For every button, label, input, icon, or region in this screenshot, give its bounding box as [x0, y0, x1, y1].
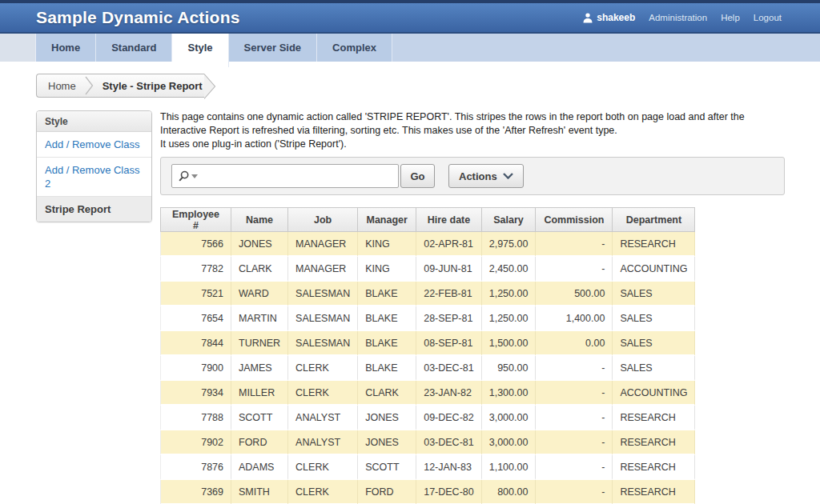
cell-name: SMITH	[231, 480, 288, 504]
cell-hire-date: 03-DEC-81	[416, 430, 482, 455]
cell-department: ACCOUNTING	[613, 257, 695, 282]
cell-job: CLERK	[288, 381, 358, 406]
tab-server-side[interactable]: Server Side	[229, 34, 318, 62]
header-link-administration[interactable]: Administration	[649, 13, 707, 22]
cell-salary: 3,000.00	[482, 406, 537, 430]
cell-name: ADAMS	[231, 455, 288, 480]
cell-manager: FORD	[358, 480, 416, 504]
cell-manager: BLAKE	[358, 282, 416, 306]
cell-manager: BLAKE	[358, 331, 416, 356]
column-header-manager[interactable]: Manager	[358, 207, 416, 232]
table-body: 7566JONESMANAGERKING02-APR-812,975.00-RE…	[160, 232, 695, 504]
sidebar-link-add-remove-class-2[interactable]: Add / Remove Class 2	[45, 164, 140, 190]
sidebar-link-add-remove-class[interactable]: Add / Remove Class	[45, 138, 140, 150]
breadcrumb-arrow-tail-icon	[204, 74, 216, 99]
search-icon	[178, 170, 190, 182]
actions-button[interactable]: Actions	[448, 164, 524, 188]
go-button[interactable]: Go	[400, 164, 435, 188]
column-header-salary[interactable]: Salary	[482, 207, 537, 232]
cell-manager: BLAKE	[358, 306, 416, 331]
cell-job: MANAGER	[288, 232, 358, 257]
cell-hire-date: 28-SEP-81	[416, 306, 482, 331]
table-row: 7900JAMESCLERKBLAKE03-DEC-81950.00-SALES	[160, 356, 695, 381]
column-header-commission[interactable]: Commission	[536, 207, 613, 232]
cell-hire-date: 09-DEC-82	[416, 406, 482, 430]
cell-hire-date: 03-DEC-81	[416, 356, 482, 381]
table-row: 7521WARDSALESMANBLAKE22-FEB-811,250.0050…	[160, 282, 695, 306]
cell-hire-date: 02-APR-81	[416, 232, 482, 257]
cell-hire-date: 09-JUN-81	[416, 257, 482, 282]
sidebar: Style Add / Remove ClassAdd / Remove Cla…	[36, 110, 152, 222]
main-region: This page contains one dynamic action ca…	[160, 110, 785, 504]
column-header-employee[interactable]: Employee #	[160, 207, 231, 232]
cell-employee: 7900	[160, 356, 231, 381]
breadcrumb-home[interactable]: Home	[48, 80, 76, 92]
cell-commission: 0.00	[536, 331, 613, 356]
search-column-selector[interactable]	[178, 170, 198, 182]
header-link-logout[interactable]: Logout	[754, 13, 782, 22]
user-name: shakeeb	[597, 12, 635, 23]
cell-commission: -	[536, 381, 613, 406]
cell-department: RESEARCH	[613, 232, 695, 257]
tab-complex[interactable]: Complex	[317, 34, 392, 62]
sidebar-item-add-remove-class[interactable]: Add / Remove Class	[37, 132, 151, 158]
cell-commission: -	[536, 257, 613, 282]
sidebar-item-add-remove-class-2[interactable]: Add / Remove Class 2	[37, 158, 151, 197]
column-header-job[interactable]: Job	[288, 207, 358, 232]
cell-salary: 950.00	[482, 356, 537, 381]
search-input[interactable]	[198, 166, 395, 186]
cell-commission: -	[536, 232, 613, 257]
cell-department: RESEARCH	[613, 430, 695, 455]
cell-employee: 7521	[160, 282, 231, 306]
column-header-name[interactable]: Name	[231, 207, 288, 232]
actions-button-label: Actions	[459, 170, 497, 182]
page-description-p1: This page contains one dynamic action ca…	[160, 110, 785, 138]
cell-job: CLERK	[288, 356, 358, 381]
cell-commission: -	[536, 455, 613, 480]
user-menu[interactable]: shakeeb	[583, 12, 635, 23]
cell-hire-date: 23-JAN-82	[416, 381, 482, 406]
app-title: Sample Dynamic Actions	[36, 8, 240, 27]
cell-department: SALES	[613, 356, 695, 381]
cell-hire-date: 17-DEC-80	[416, 480, 482, 504]
cell-salary: 1,500.00	[482, 331, 537, 356]
table-row: 7654MARTINSALESMANBLAKE28-SEP-811,250.00…	[160, 306, 695, 331]
column-header-department[interactable]: Department	[613, 207, 695, 232]
cell-department: RESEARCH	[613, 406, 695, 430]
cell-salary: 2,450.00	[482, 257, 537, 282]
cell-employee: 7654	[160, 306, 231, 331]
table-row: 7782CLARKMANAGERKING09-JUN-812,450.00-AC…	[160, 257, 695, 282]
cell-commission: -	[536, 480, 613, 504]
cell-name: TURNER	[231, 331, 288, 356]
report-table: Employee #NameJobManagerHire dateSalaryC…	[160, 207, 695, 504]
column-header-hire-date[interactable]: Hire date	[416, 207, 482, 232]
cell-employee: 7934	[160, 381, 231, 406]
cell-manager: JONES	[358, 430, 416, 455]
table-row: 7934MILLERCLERKCLARK23-JAN-821,300.00-AC…	[160, 381, 695, 406]
tab-style[interactable]: Style	[172, 34, 228, 67]
table-row: 7844TURNERSALESMANBLAKE08-SEP-811,500.00…	[160, 331, 695, 356]
breadcrumb-current: Style - Stripe Report	[102, 80, 203, 92]
page-description-p2: It uses one plug-in action ('Stripe Repo…	[160, 138, 785, 151]
cell-manager: KING	[358, 257, 416, 282]
header-link-help[interactable]: Help	[721, 13, 740, 22]
tab-standard[interactable]: Standard	[96, 34, 172, 62]
header-links: shakeeb AdministrationHelpLogout	[583, 12, 782, 23]
cell-salary: 1,300.00	[482, 381, 537, 406]
cell-manager: KING	[358, 232, 416, 257]
cell-salary: 1,250.00	[482, 306, 537, 331]
tab-bar: HomeStandardStyleServer SideComplex	[0, 34, 820, 62]
tab-home[interactable]: Home	[36, 34, 96, 62]
cell-employee: 7902	[160, 430, 231, 455]
table-row: 7902FORDANALYSTJONES03-DEC-813,000.00-RE…	[160, 430, 695, 455]
cell-salary: 1,100.00	[482, 455, 537, 480]
table-row: 7566JONESMANAGERKING02-APR-812,975.00-RE…	[160, 232, 695, 257]
search-box	[171, 164, 399, 188]
cell-employee: 7844	[160, 331, 231, 356]
cell-name: MARTIN	[231, 306, 288, 331]
go-button-label: Go	[410, 170, 424, 182]
sidebar-item-stripe-report[interactable]: Stripe Report	[37, 197, 151, 222]
tab-bar-spacer	[0, 34, 36, 62]
cell-commission: 1,400.00	[536, 306, 613, 331]
cell-job: SALESMAN	[288, 331, 358, 356]
